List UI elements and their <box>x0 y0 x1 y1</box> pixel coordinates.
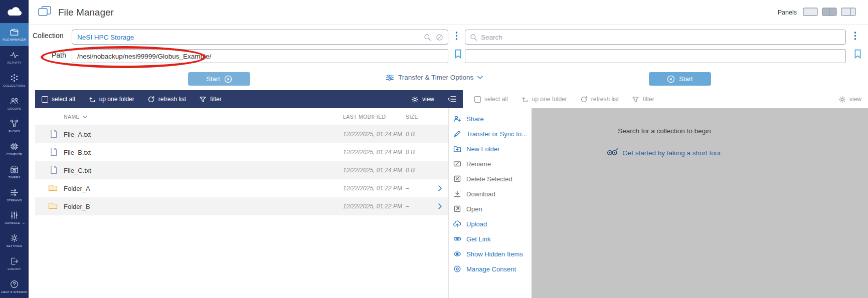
share-icon <box>453 115 461 123</box>
select-all-checkbox[interactable] <box>42 96 48 103</box>
sidebar-item-flows[interactable]: FLOWS <box>0 115 29 138</box>
sidebar-item-groups[interactable]: GROUPS <box>0 92 29 115</box>
file-row[interactable]: File_C.txt 12/22/2025, 01:24 PM 0 B <box>35 161 448 179</box>
bookmark-icon[interactable] <box>454 49 462 59</box>
up-one-folder-button[interactable]: up one folder <box>521 96 567 103</box>
chevron-down-icon <box>22 222 25 224</box>
file-size: 0 B <box>406 149 432 156</box>
column-name[interactable]: NAME <box>64 114 343 120</box>
file-name: Folder_A <box>64 185 343 192</box>
funnel-icon <box>632 96 639 103</box>
flows-icon <box>10 119 19 128</box>
sidebar-item-label: HELP & SITEMAP <box>0 290 28 294</box>
menu-item-get-link[interactable]: Get Link <box>449 231 532 246</box>
file-row[interactable]: Folder_B 12/22/2025, 01:22 PM – <box>35 197 448 215</box>
sidebar-item-collections[interactable]: COLLECTIONS <box>0 69 29 92</box>
refresh-list-button[interactable]: refresh list <box>580 96 619 103</box>
file-row[interactable]: Folder_A 12/22/2025, 01:22 PM – <box>35 179 448 197</box>
globus-file-manager: FILE MANAGER ACTIVITY COLLECTIONS GROUPS… <box>0 0 868 298</box>
filter-button[interactable]: filter <box>199 96 222 103</box>
view-button[interactable]: view <box>411 96 434 103</box>
collections-icon <box>10 73 19 83</box>
sort-chevron-icon <box>83 115 87 118</box>
menu-item-label: Delete Selected <box>466 175 512 183</box>
start-button-label: Start <box>679 75 692 83</box>
refresh-list-button[interactable]: refresh list <box>147 96 186 103</box>
sidebar-item-label: COMPUTE <box>6 153 23 156</box>
globus-logo[interactable] <box>0 0 29 23</box>
refresh-icon <box>580 96 588 103</box>
up-one-folder-button[interactable]: up one folder <box>88 96 134 103</box>
top-header: File Manager Panels <box>29 0 868 25</box>
column-last-modified[interactable]: LAST MODIFIED <box>343 114 406 120</box>
path-label: Path <box>52 51 66 59</box>
transfer-timer-options[interactable]: Transfer & Timer Options <box>386 74 483 81</box>
sidebar-item-label: GROUPS <box>7 107 22 111</box>
file-icon <box>50 147 58 158</box>
action-menu: Share Transfer or Sync to... New Folder … <box>448 108 532 298</box>
menu-item-open[interactable]: Open <box>449 201 532 216</box>
collection-input-box <box>72 30 448 45</box>
path-input[interactable] <box>72 53 448 60</box>
path-input-right[interactable] <box>465 53 845 60</box>
search-icon[interactable] <box>424 34 431 41</box>
sidebar-item-settings[interactable]: SETTINGS <box>0 229 29 252</box>
file-row[interactable]: File_A.txt 12/22/2025, 01:24 PM 0 B <box>35 125 448 143</box>
sidebar-item-logout[interactable]: LOGOUT <box>0 252 29 275</box>
sidebar-item-help-sitemap[interactable]: HELP & SITEMAP <box>0 275 29 298</box>
select-all-checkbox[interactable] <box>474 96 481 103</box>
file-row[interactable]: File_B.txt 12/22/2025, 01:24 PM 0 B <box>35 143 448 161</box>
open-icon <box>453 205 461 213</box>
logout-icon <box>10 256 19 266</box>
folder-open-chevron-icon[interactable] <box>432 185 448 191</box>
file-name: File_A.txt <box>64 131 343 138</box>
sidebar-item-label: STREAMS <box>6 199 23 202</box>
sidebar-item-console[interactable]: CONSOLE <box>0 206 29 229</box>
menu-item-rename[interactable]: Rename <box>449 156 532 171</box>
search-options-menu-icon[interactable] <box>854 32 856 40</box>
panel-layout-single-button[interactable] <box>803 8 818 18</box>
menu-item-download[interactable]: Download <box>449 186 532 201</box>
page-title: File Manager <box>58 7 114 18</box>
menu-item-transfer-or-sync[interactable]: Transfer or Sync to... <box>449 126 532 141</box>
start-transfer-left-button[interactable]: Start <box>188 72 250 86</box>
sidebar-item-compute[interactable]: COMPUTE <box>0 138 29 161</box>
gear-icon <box>10 233 19 243</box>
menu-item-show-hidden-items[interactable]: Show Hidden Items <box>449 246 532 261</box>
clear-collection-icon[interactable] <box>436 34 443 41</box>
column-size[interactable]: SIZE <box>406 114 432 120</box>
rename-icon <box>453 160 461 168</box>
sidebar-item-streams[interactable]: STREAMS <box>0 183 29 206</box>
collection-options-menu-icon[interactable] <box>455 32 458 40</box>
view-button[interactable]: view <box>838 96 861 103</box>
menu-item-upload[interactable]: Upload <box>449 216 532 231</box>
search-input-box <box>465 30 846 45</box>
menu-item-share[interactable]: Share <box>449 111 532 126</box>
search-input[interactable] <box>477 34 845 41</box>
menu-item-label: Transfer or Sync to... <box>466 130 527 138</box>
panel-layout-double-button[interactable] <box>822 8 837 18</box>
menu-item-label: Manage Consent <box>466 265 516 273</box>
menu-item-delete-selected[interactable]: Delete Selected <box>449 171 532 186</box>
panel-collapse-toggle[interactable] <box>447 96 456 103</box>
sidebar-item-file-manager[interactable]: FILE MANAGER <box>0 23 29 46</box>
panels-label: Panels <box>778 9 797 16</box>
file-size: – <box>406 203 432 210</box>
sidebar-item-timers[interactable]: TIMERS <box>0 161 29 184</box>
menu-item-manage-consent[interactable]: Manage Consent <box>449 261 532 276</box>
console-icon <box>10 210 19 220</box>
panel-layout-split-button[interactable] <box>841 8 856 18</box>
gear-icon <box>838 96 846 103</box>
select-all-button[interactable]: select all <box>474 96 508 103</box>
filter-button[interactable]: filter <box>632 96 654 103</box>
bookmark-icon[interactable] <box>854 49 861 59</box>
tour-link[interactable]: Get started by taking a short tour. <box>622 149 723 157</box>
collection-input[interactable] <box>72 34 419 41</box>
select-all-button[interactable]: select all <box>42 96 75 103</box>
folder-open-chevron-icon[interactable] <box>432 203 448 209</box>
sidebar-item-activity[interactable]: ACTIVITY <box>0 46 29 69</box>
play-circle-icon <box>224 75 232 83</box>
compute-icon <box>10 142 19 151</box>
start-transfer-right-button[interactable]: Start <box>649 72 711 86</box>
menu-item-new-folder[interactable]: New Folder <box>449 141 532 156</box>
